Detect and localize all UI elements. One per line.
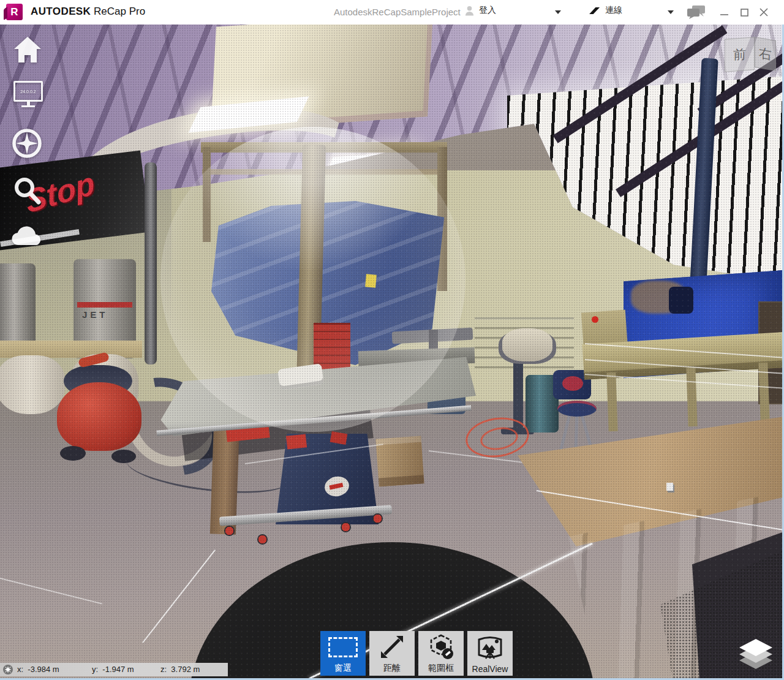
scene-caster-wheel xyxy=(341,522,351,532)
scene-saw-accent xyxy=(286,434,307,449)
titlebar: R AUTODESK ReCap Pro AutodeskReCapSample… xyxy=(0,0,784,25)
brand-bold: AUTODESK xyxy=(31,6,91,17)
collector-label: JET xyxy=(82,309,108,320)
bounding-box-button[interactable]: 範圍框 xyxy=(418,631,464,676)
bounding-box-icon xyxy=(418,631,464,663)
scene-vertical-duct xyxy=(145,162,157,365)
viewcube[interactable]: 前 右 xyxy=(725,38,777,80)
cloud-icon[interactable] xyxy=(11,224,43,246)
magnifier-zoom-icon[interactable] xyxy=(12,175,42,206)
compass-navigation-icon[interactable] xyxy=(10,126,44,161)
close-button[interactable] xyxy=(756,5,772,20)
minimize-button[interactable] xyxy=(717,5,733,20)
coordinate-z: z: 3.792 m xyxy=(160,665,200,674)
collector-stripe xyxy=(77,302,132,308)
window-select-button[interactable]: 窗選 xyxy=(320,631,366,676)
viewcube-front-face[interactable]: 前 xyxy=(725,37,755,72)
window-select-icon xyxy=(320,631,366,663)
scene-bench-object xyxy=(666,483,673,491)
maximize-icon xyxy=(741,9,748,17)
scene-filter-bag xyxy=(0,355,65,414)
viewcube-right-label: 右 xyxy=(759,44,772,64)
scene-shop-vacuum xyxy=(57,382,141,451)
user-icon xyxy=(464,5,475,16)
scene-bench-grinder xyxy=(502,328,552,361)
button-label: 範圍框 xyxy=(428,663,454,674)
viewcube-right-face[interactable]: 右 xyxy=(755,37,776,71)
coordinate-y: y: -1.947 m xyxy=(92,665,134,674)
sign-in-dropdown-icon[interactable] xyxy=(555,10,561,14)
layers-icon[interactable] xyxy=(738,637,774,670)
flythrough-display-icon[interactable]: 24.0.0.2 xyxy=(13,81,43,107)
realview-icon xyxy=(467,631,513,664)
distance-icon xyxy=(369,631,415,663)
scene-caster-wheel xyxy=(257,534,268,545)
sign-in-label: 登入 xyxy=(479,5,496,16)
viewport-3d[interactable]: Stop JET xyxy=(0,25,784,680)
scene-chair-seat xyxy=(557,401,597,417)
monitor-base xyxy=(21,105,35,107)
viewcube-front-label: 前 xyxy=(733,45,746,63)
home-icon[interactable] xyxy=(12,36,43,64)
coordinates-icon xyxy=(3,665,13,674)
maximize-button[interactable] xyxy=(736,5,752,20)
scene-caster-wheel xyxy=(372,513,383,524)
brand-regular: ReCap Pro xyxy=(94,6,145,17)
coordinate-x: x: -3.984 m xyxy=(17,665,59,674)
connect-label: 連線 xyxy=(605,5,622,16)
recap-logo-icon: R xyxy=(6,4,23,20)
minimize-icon xyxy=(720,8,729,17)
sign-in-button[interactable]: 登入 xyxy=(464,5,496,16)
distance-button[interactable]: 距離 xyxy=(369,631,415,676)
monitor-frame: 24.0.0.2 xyxy=(13,81,43,102)
logo-letter: R xyxy=(10,6,18,18)
connect-button[interactable]: 連線 xyxy=(589,5,622,16)
close-icon xyxy=(760,8,768,17)
button-label: RealView xyxy=(472,664,508,674)
realview-sphere[interactable] xyxy=(160,127,466,432)
scene-caster-wheel xyxy=(224,526,235,536)
scene-chair-cushion xyxy=(562,376,583,391)
version-text: 24.0.0.2 xyxy=(20,89,36,94)
bottom-toolbar: 窗選 距離 範圍框 xyxy=(320,631,513,676)
scene-lathe-button xyxy=(592,316,598,323)
feedback-chat-icon[interactable] xyxy=(687,6,705,19)
scene-panel-hole xyxy=(669,287,693,314)
project-name: AutodeskReCapSampleProject xyxy=(334,7,461,17)
app-title: AUTODESK ReCap Pro xyxy=(31,6,145,18)
button-label: 窗選 xyxy=(334,663,352,674)
connect-dropdown-icon[interactable] xyxy=(668,10,674,14)
realview-button[interactable]: RealView xyxy=(467,631,513,676)
coordinates-status-bar: x: -3.984 m y: -1.947 m z: 3.792 m xyxy=(0,663,228,676)
autodesk-mark-icon xyxy=(589,7,600,15)
button-label: 距離 xyxy=(383,663,401,674)
scene-vacuum-wheel xyxy=(60,446,86,461)
